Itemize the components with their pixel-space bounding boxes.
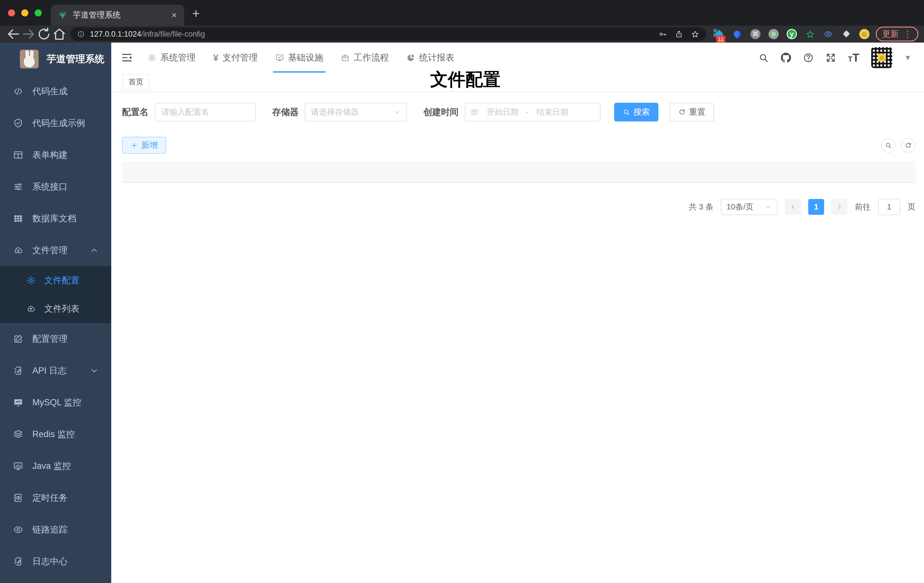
sidebar-item-db-doc[interactable]: 数据库文档	[0, 203, 111, 235]
topnav-item-infra[interactable]: 基础设施	[272, 43, 326, 73]
chevron-down-icon	[764, 203, 772, 211]
reload-icon[interactable]	[36, 26, 52, 42]
sidebar-item-form-builder[interactable]: 表单构建	[0, 139, 111, 171]
tab-close-icon[interactable]: ×	[172, 10, 177, 20]
browser-tab[interactable]: 芋道管理系统 ×	[51, 5, 184, 26]
tab-favicon-leaf-icon	[58, 10, 67, 20]
minimize-window-button[interactable]	[21, 9, 28, 17]
page-size-value: 10条/页	[726, 201, 754, 212]
next-page-icon[interactable]	[832, 199, 847, 215]
browser-tabstrip: 芋道管理系统 × +	[0, 0, 924, 26]
goto-page-input[interactable]	[878, 199, 900, 215]
window-controls	[8, 0, 51, 26]
storage-select-input[interactable]	[311, 107, 391, 117]
total-count: 共 3 条	[689, 201, 713, 212]
reset-button[interactable]: 重置	[670, 103, 714, 122]
bookmark-star-icon[interactable]	[691, 30, 699, 38]
extensions-puzzle-icon[interactable]	[841, 28, 852, 40]
avatar-caret-down-icon[interactable]: ▼	[904, 53, 911, 62]
end-date-input[interactable]	[530, 107, 575, 117]
share-icon[interactable]	[675, 30, 683, 38]
sidebar-item-code-example[interactable]: 代码生成示例	[0, 107, 111, 139]
page-size-select[interactable]: 10条/页	[721, 199, 777, 215]
user-avatar-qr[interactable]: ☺	[871, 47, 892, 68]
update-label: 更新	[882, 28, 899, 40]
password-key-icon[interactable]	[659, 30, 667, 38]
monitor-pulse-icon	[13, 397, 23, 408]
refresh-table-icon[interactable]	[901, 138, 916, 153]
extension-command-icon[interactable]: ⌘	[750, 28, 761, 40]
topnav-item-pay[interactable]: ¥支付管理	[210, 43, 261, 73]
db-table-icon	[13, 213, 23, 224]
doc-pencil-icon	[13, 366, 23, 376]
extension-pin-icon[interactable]	[732, 28, 743, 40]
close-window-button[interactable]	[8, 9, 15, 17]
sidebar-item-api-log[interactable]: API 日志	[0, 355, 111, 386]
extension-grid-icon[interactable]: 11	[713, 28, 725, 40]
sidebar-item-log-center[interactable]: 日志中心	[0, 545, 111, 577]
extension-badge: 11	[716, 35, 725, 43]
extension-record-icon[interactable]	[768, 28, 779, 40]
top-nav: 系统管理¥支付管理基础设施工作流程统计报表	[145, 43, 469, 73]
new-tab-button[interactable]: +	[192, 6, 200, 21]
sidebar-item-label: 日志中心	[32, 555, 68, 567]
storage-label: 存储器	[272, 106, 299, 118]
add-button[interactable]: 新增	[122, 137, 166, 154]
sidebar-item-config-manage[interactable]: 配置管理	[0, 323, 111, 355]
storage-select[interactable]	[305, 103, 407, 122]
fullscreen-icon[interactable]	[825, 53, 836, 63]
zoom-window-button[interactable]	[35, 9, 42, 17]
prev-page-icon[interactable]	[785, 199, 801, 215]
sidebar-item-label: 表单构建	[32, 149, 68, 161]
collapse-sidebar-icon[interactable]	[121, 52, 133, 64]
app-logo[interactable]: 芋道管理系统	[0, 43, 111, 76]
start-date-input[interactable]	[480, 107, 525, 117]
search-toggle-icon[interactable]	[881, 138, 896, 153]
back-icon[interactable]	[6, 26, 21, 42]
annotation-text: 文件配置	[430, 68, 501, 91]
sidebar-item-label: 定时任务	[32, 492, 68, 504]
topnav-item-label: 支付管理	[223, 52, 258, 64]
chevron-down-icon	[89, 366, 99, 376]
help-icon[interactable]	[803, 53, 813, 63]
topnav-item-label: 工作流程	[353, 52, 389, 64]
extension-eye-icon[interactable]	[822, 28, 834, 40]
page-unit-label: 页	[908, 201, 916, 212]
cloud-upload-icon	[26, 304, 36, 314]
sidebar-submenu: 文件配置文件列表	[0, 266, 111, 323]
url-bar[interactable]: 127.0.0.1:1024 /infra/file/file-config	[70, 27, 706, 41]
sidebar-item-label: MySQL 监控	[32, 396, 81, 408]
search-button[interactable]: 搜索	[614, 103, 658, 122]
date-range-picker[interactable]: -	[465, 103, 601, 122]
sidebar-item-file-config[interactable]: 文件配置	[0, 266, 111, 295]
topnav-item-workflow[interactable]: 工作流程	[338, 43, 392, 73]
github-icon[interactable]	[781, 53, 791, 63]
layers-icon	[13, 429, 23, 439]
sidebar-item-system-api[interactable]: 系统接口	[0, 171, 111, 203]
site-info-icon[interactable]	[77, 30, 85, 38]
current-page-button[interactable]: 1	[808, 199, 824, 215]
chevron-down-icon	[393, 109, 401, 116]
profile-avatar[interactable]: ☺	[859, 28, 870, 40]
topnav-item-system[interactable]: 系统管理	[145, 43, 198, 73]
browser-menu-icon[interactable]: ⋮	[903, 29, 912, 39]
home-icon[interactable]	[52, 26, 67, 42]
url-host: 127.0.0.1:1024	[90, 30, 141, 39]
tag-home[interactable]: 首页	[122, 74, 149, 89]
sidebar-item-code-gen[interactable]: 代码生成	[0, 76, 111, 107]
sidebar-item-file-list[interactable]: 文件列表	[0, 295, 111, 323]
sidebar-item-cron-job[interactable]: 定时任务	[0, 482, 111, 514]
sidebar-item-trace[interactable]: 链路追踪	[0, 514, 111, 545]
extension-y-icon[interactable]: y	[786, 28, 797, 40]
sidebar-item-redis-monitor[interactable]: Redis 监控	[0, 418, 111, 450]
browser-update-button[interactable]: 更新 ⋮	[876, 27, 918, 41]
sidebar-item-java-monitor[interactable]: Java 监控	[0, 450, 111, 482]
topnav-item-label: 系统管理	[160, 52, 196, 64]
font-size-icon[interactable]: TT	[848, 52, 859, 63]
sidebar-item-file-manage[interactable]: 文件管理	[0, 235, 111, 266]
config-name-input[interactable]	[155, 103, 256, 122]
sidebar-item-mysql-monitor[interactable]: MySQL 监控	[0, 386, 111, 418]
extension-star-icon[interactable]	[804, 28, 815, 40]
forward-icon[interactable]	[21, 26, 36, 42]
search-icon[interactable]	[758, 53, 769, 63]
